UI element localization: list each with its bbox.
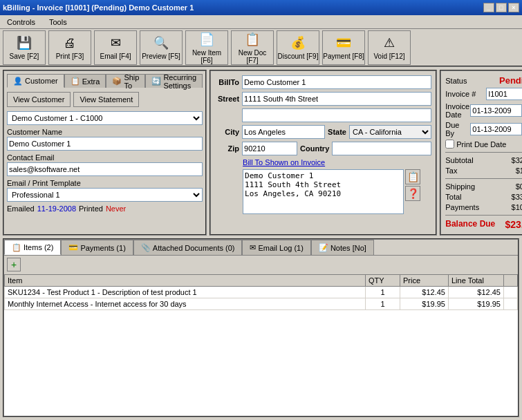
qty-cell: 1	[366, 298, 400, 310]
items-toolbar: +	[4, 256, 518, 274]
tab-attached-docs[interactable]: 📎 Attached Documents (0)	[133, 240, 243, 255]
tab-notes[interactable]: 📝 Notes [No]	[311, 240, 374, 255]
item-cell: SKU1234 - Test Product 1 - Description o…	[5, 287, 366, 298]
print-due-date-checkbox[interactable]	[445, 140, 454, 149]
customer-dropdown[interactable]: Demo Customer 1 - C1000	[7, 111, 203, 125]
bottom-tab-bar: 📋 Items (2) 💳 Payments (1) 📎 Attached Do…	[4, 240, 518, 256]
new-doc-button[interactable]: 📋 New Doc [F7]	[231, 30, 274, 65]
subtotal-value: $32.40	[512, 156, 522, 164]
billto-copy-button[interactable]: 📋	[405, 169, 420, 184]
template-dropdown-row: Professional 1	[7, 188, 203, 202]
tab-payments[interactable]: 💳 Payments (1)	[61, 240, 133, 255]
items-table: Item QTY Price Line Total SKU1234 - Test…	[4, 274, 518, 310]
print-due-date-label: Print Due Date	[456, 140, 506, 149]
void-button[interactable]: ⚠ Void [F12]	[368, 30, 411, 65]
menu-bar: Controls Tools	[0, 15, 522, 29]
template-dropdown[interactable]: Professional 1	[7, 188, 203, 202]
customer-tab-icon: 👤	[13, 77, 23, 86]
payments-row: Payments $10.00	[445, 203, 522, 211]
zip-input[interactable]	[242, 142, 297, 155]
billto-textarea[interactable]	[243, 169, 404, 214]
tab-extra[interactable]: 📋 Extra	[64, 74, 106, 88]
bottom-panel: 📋 Items (2) 💳 Payments (1) 📎 Attached Do…	[3, 238, 519, 417]
billto-shown-link[interactable]: Bill To Shown on Invoice	[243, 158, 431, 166]
item-cell: Monthly Internet Access - Internet acces…	[5, 298, 366, 310]
extra-col-header	[504, 275, 518, 287]
payment-button[interactable]: 💳 Payment [F8]	[322, 30, 365, 65]
void-icon: ⚠	[381, 35, 398, 51]
due-by-label: Due By	[445, 121, 470, 137]
country-input[interactable]	[332, 142, 431, 155]
billto-section: BillTo Street City State CA - California	[209, 70, 437, 236]
customer-name-input[interactable]	[7, 137, 203, 151]
print-due-date-row: Print Due Date	[445, 140, 522, 149]
billto-label: BillTo	[215, 78, 239, 86]
print-icon: 🖨	[62, 35, 78, 51]
customer-section: 👤 Customer 📋 Extra 📦 Ship To 🔄 Recurring…	[3, 70, 207, 236]
table-row[interactable]: Monthly Internet Access - Internet acces…	[5, 298, 518, 310]
subtotal-label: Subtotal	[445, 156, 473, 164]
due-by-control: ▼	[470, 123, 522, 135]
billto-help-button[interactable]: ❓	[405, 186, 420, 201]
shipping-row: Shipping $0.00	[445, 182, 522, 191]
due-by-row: Due By ▼	[445, 121, 522, 137]
tab-customer[interactable]: 👤 Customer	[7, 74, 64, 88]
print-button[interactable]: 🖨 Print [F3]	[48, 30, 91, 65]
city-input[interactable]	[242, 125, 325, 139]
qty-cell: 1	[366, 287, 400, 298]
view-statement-button[interactable]: View Statement	[73, 92, 139, 107]
total-value: $33.65	[512, 193, 522, 201]
billto-textarea-row: 📋 ❓	[215, 169, 431, 214]
street-input[interactable]	[242, 92, 431, 106]
tax-label: Tax	[445, 166, 457, 175]
main-area: 👤 Customer 📋 Extra 📦 Ship To 🔄 Recurring…	[0, 67, 522, 420]
zip-country-row: Zip Country	[215, 142, 431, 155]
tab-items[interactable]: 📋 Items (2)	[4, 240, 61, 255]
invoice-num-label: Invoice #	[445, 90, 476, 98]
payments-tab-icon: 💳	[68, 243, 78, 252]
tab-email-log[interactable]: ✉ Email Log (1)	[242, 240, 310, 255]
save-button[interactable]: 💾 Save [F2]	[3, 30, 46, 65]
extra-cell	[504, 287, 518, 298]
preview-button[interactable]: 🔍 Preview [F5]	[140, 30, 183, 65]
new-item-icon: 📄	[198, 31, 215, 48]
new-item-button[interactable]: 📄 New Item [F6]	[185, 30, 228, 65]
invoice-date-row: Invoice Date ▼	[445, 102, 522, 119]
table-row[interactable]: SKU1234 - Test Product 1 - Description o…	[5, 287, 518, 298]
invoice-num-input[interactable]	[486, 88, 522, 100]
add-item-button[interactable]: +	[7, 258, 21, 271]
summary-divider2	[445, 178, 522, 179]
contact-email-input[interactable]	[7, 162, 203, 176]
items-tab-icon: 📋	[12, 243, 21, 252]
preview-icon: 🔍	[153, 35, 169, 51]
tab-ship-to[interactable]: 📦 Ship To	[106, 74, 145, 88]
close-button[interactable]: ×	[508, 3, 519, 12]
billto-side-buttons: 📋 ❓	[405, 169, 420, 201]
status-row: Status Pending	[445, 75, 522, 86]
balance-due-value: $23.65	[505, 219, 522, 230]
email-log-tab-icon: ✉	[250, 243, 256, 252]
shipping-label: Shipping	[445, 182, 475, 191]
view-customer-button[interactable]: View Customer	[7, 92, 71, 107]
email-button[interactable]: ✉ Email [F4]	[94, 30, 137, 65]
maximize-button[interactable]: □	[496, 3, 507, 12]
tab-recurring[interactable]: 🔄 Recurring Settings	[145, 74, 203, 88]
subtotal-row: Subtotal $32.40	[445, 156, 522, 164]
menu-tools[interactable]: Tools	[45, 17, 71, 28]
due-by-input[interactable]	[470, 123, 522, 135]
invoice-date-input[interactable]	[470, 104, 522, 117]
billto-input[interactable]	[242, 75, 431, 89]
balance-due-row: Balance Due $23.65	[445, 219, 522, 230]
city-state-row: City State CA - California	[215, 125, 431, 139]
street2-input[interactable]	[242, 108, 431, 122]
discount-button[interactable]: 💰 Discount [F9]	[277, 30, 319, 65]
notes-tab-icon: 📝	[319, 243, 328, 252]
menu-controls[interactable]: Controls	[3, 17, 39, 28]
state-dropdown[interactable]: CA - California	[349, 125, 431, 139]
zip-label: Zip	[215, 144, 239, 153]
minimize-button[interactable]: _	[483, 3, 494, 12]
customer-tab-bar: 👤 Customer 📋 Extra 📦 Ship To 🔄 Recurring…	[7, 74, 203, 88]
country-label: Country	[300, 144, 329, 153]
emailed-label: Emailed	[7, 204, 35, 213]
street-row: Street	[215, 92, 431, 106]
